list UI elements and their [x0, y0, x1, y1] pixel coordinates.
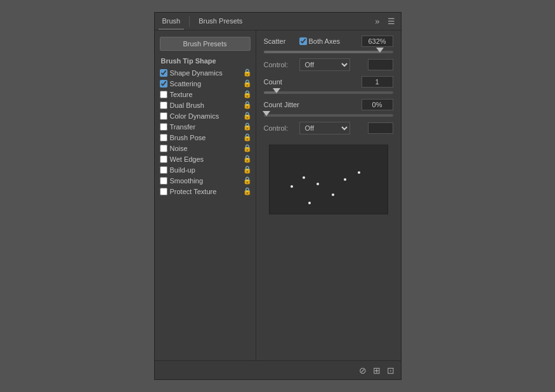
count-row: Count: [264, 76, 393, 88]
right-panel: Scatter Both Axes Control: Off Fa: [256, 30, 401, 360]
label-scattering: Scattering: [170, 80, 202, 88]
lock-icon-texture: 🔒: [243, 90, 252, 98]
count-jitter-control-value[interactable]: [368, 122, 393, 134]
scatter-control-select[interactable]: Off Fade Pen Pressure: [299, 58, 350, 71]
checkbox-brush-pose[interactable]: [160, 134, 167, 141]
footer-icon-2[interactable]: ⊞: [373, 365, 381, 376]
lock-icon-buildup: 🔒: [243, 166, 252, 174]
panel-footer: ⊘ ⊞ ⊡: [155, 360, 401, 379]
lock-icon-transfer: 🔒: [243, 122, 252, 131]
label-texture: Texture: [170, 91, 193, 98]
label-protect-texture: Protect Texture: [170, 188, 217, 195]
label-brush-pose: Brush Pose: [170, 134, 206, 141]
brush-panel: Brush Brush Presets » ☰ Brush Presets Br…: [154, 12, 402, 380]
brush-tip-shape-header: Brush Tip Shape: [155, 56, 256, 67]
option-brush-pose[interactable]: Brush Pose 🔒: [155, 132, 256, 143]
count-jitter-slider-track[interactable]: [264, 114, 393, 117]
label-dual-brush: Dual Brush: [170, 101, 204, 109]
option-wet-edges[interactable]: Wet Edges 🔒: [155, 154, 256, 164]
count-jitter-control-label: Control:: [264, 124, 296, 132]
count-slider-thumb[interactable]: [273, 88, 280, 93]
checkbox-transfer[interactable]: [160, 123, 167, 131]
option-smoothing[interactable]: Smoothing 🔒: [155, 175, 256, 186]
footer-icon-3[interactable]: ⊡: [387, 365, 395, 376]
both-axes-text: Both Axes: [309, 37, 341, 45]
preview-dot-5: [344, 178, 346, 181]
checkbox-dual-brush[interactable]: [160, 101, 167, 109]
scatter-row: Scatter Both Axes: [264, 36, 393, 47]
scatter-label: Scatter: [264, 37, 296, 45]
label-smoothing: Smoothing: [170, 177, 204, 185]
lock-icon-brush-pose: 🔒: [243, 133, 252, 141]
lock-icon-dual-brush: 🔒: [243, 101, 252, 109]
lock-icon-noise: 🔒: [243, 144, 252, 152]
scatter-control-label: Control:: [264, 61, 296, 69]
lock-icon-shape-dynamics: 🔒: [243, 69, 252, 77]
checkbox-noise[interactable]: [160, 145, 167, 152]
lock-icon-protect-texture: 🔒: [243, 187, 252, 195]
left-panel: Brush Presets Brush Tip Shape Shape Dyna…: [155, 30, 256, 360]
count-value-input[interactable]: [362, 76, 393, 88]
label-buildup: Build-up: [170, 166, 195, 174]
count-jitter-slider-row[interactable]: [264, 114, 393, 118]
preview-dot-6: [358, 171, 360, 174]
option-scattering[interactable]: Scattering 🔒: [155, 78, 256, 89]
count-jitter-control-select[interactable]: Off Fade: [299, 122, 350, 134]
count-jitter-control-row: Control: Off Fade: [264, 122, 393, 134]
preview-dot-7: [308, 202, 311, 204]
option-dual-brush[interactable]: Dual Brush 🔒: [155, 100, 256, 110]
lock-icon-color-dynamics: 🔒: [243, 112, 252, 120]
label-transfer: Transfer: [170, 123, 196, 131]
both-axes-label[interactable]: Both Axes: [299, 37, 341, 45]
scatter-slider-thumb[interactable]: [376, 48, 384, 53]
checkbox-scattering[interactable]: [160, 80, 167, 88]
scatter-slider-track[interactable]: [264, 51, 393, 53]
option-protect-texture[interactable]: Protect Texture 🔒: [155, 186, 256, 197]
checkbox-texture[interactable]: [160, 91, 167, 98]
option-color-dynamics[interactable]: Color Dynamics 🔒: [155, 110, 256, 121]
checkbox-protect-texture[interactable]: [160, 188, 167, 195]
count-jitter-label: Count Jitter: [264, 101, 327, 108]
tab-brush-presets[interactable]: Brush Presets: [195, 13, 246, 30]
both-axes-checkbox[interactable]: [299, 37, 307, 45]
option-buildup[interactable]: Build-up 🔒: [155, 164, 256, 175]
lock-icon-wet-edges: 🔒: [243, 155, 252, 163]
option-noise[interactable]: Noise 🔒: [155, 143, 256, 154]
checkbox-shape-dynamics[interactable]: [160, 69, 167, 77]
checkbox-color-dynamics[interactable]: [160, 112, 167, 120]
preview-dot-1: [291, 185, 293, 188]
count-slider-track[interactable]: [264, 91, 393, 94]
count-jitter-value-input[interactable]: [362, 99, 393, 110]
scatter-control-value[interactable]: [368, 59, 393, 70]
preview-dot-2: [303, 176, 305, 179]
brush-preview-area: [269, 145, 388, 214]
checkbox-smoothing[interactable]: [160, 177, 167, 185]
label-noise: Noise: [170, 145, 188, 152]
checkbox-wet-edges[interactable]: [160, 155, 167, 163]
option-transfer[interactable]: Transfer 🔒: [155, 121, 256, 132]
panel-body: Brush Presets Brush Tip Shape Shape Dyna…: [155, 30, 401, 360]
count-slider-row[interactable]: [264, 91, 393, 95]
tab-brush[interactable]: Brush: [159, 13, 185, 30]
option-shape-dynamics[interactable]: Shape Dynamics 🔒: [155, 67, 256, 78]
tab-divider: [189, 16, 190, 27]
panel-hamburger-icon[interactable]: ☰: [386, 15, 397, 27]
scatter-slider-row[interactable]: [264, 51, 393, 55]
scatter-value-input[interactable]: [362, 36, 393, 47]
panel-menu-arrows-icon[interactable]: »: [373, 15, 381, 27]
lock-icon-smoothing: 🔒: [243, 176, 252, 185]
scatter-slider-fill: [264, 51, 381, 53]
count-label: Count: [264, 78, 327, 86]
option-texture[interactable]: Texture 🔒: [155, 89, 256, 100]
label-shape-dynamics: Shape Dynamics: [170, 69, 223, 77]
label-color-dynamics: Color Dynamics: [170, 112, 219, 120]
checkbox-buildup[interactable]: [160, 166, 167, 174]
count-jitter-slider-thumb[interactable]: [263, 111, 270, 116]
footer-icon-1[interactable]: ⊘: [359, 365, 367, 376]
count-jitter-row: Count Jitter: [264, 99, 393, 110]
scatter-control-row: Control: Off Fade Pen Pressure: [264, 58, 393, 71]
preview-dot-3: [317, 183, 319, 185]
brush-presets-button[interactable]: Brush Presets: [160, 37, 251, 51]
header-actions: » ☰: [373, 15, 396, 27]
panel-header: Brush Brush Presets » ☰: [155, 13, 401, 30]
